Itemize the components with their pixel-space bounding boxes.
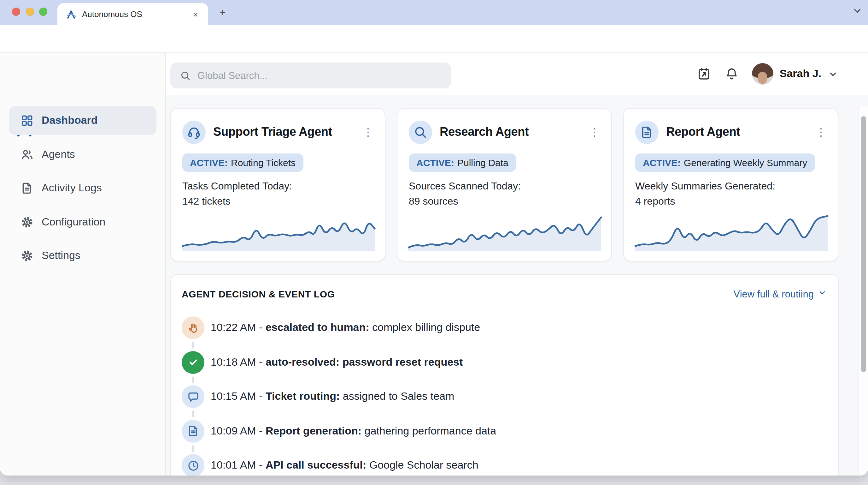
sidebar-item-label: Configuration bbox=[42, 216, 105, 228]
metric-label: Tasks Completed Today: bbox=[182, 179, 292, 194]
settings-gear-icon bbox=[20, 249, 34, 263]
log-entry: 10:15 AM - Ticket routing: assigned to S… bbox=[182, 379, 827, 414]
view-full-link-label: View full & routiing bbox=[734, 288, 814, 299]
sidebar-item-label: Activity Logs bbox=[42, 182, 102, 195]
sidebar-item-label: Dashboard bbox=[42, 114, 98, 127]
tab-strip: Autonomous OS × + bbox=[0, 0, 868, 25]
log-detail: password reset request bbox=[343, 356, 463, 368]
browser-window: Autonomous OS × + autonomous.os/dashboar… bbox=[0, 0, 868, 476]
sidebar-item-activity-logs[interactable]: Activity Logs bbox=[9, 174, 156, 203]
sparkline-chart bbox=[634, 215, 830, 254]
calendar-export-icon[interactable] bbox=[696, 66, 712, 82]
activity-logs-icon bbox=[20, 181, 34, 195]
log-label: auto-resolved: bbox=[266, 356, 339, 368]
scrollbar-thumb[interactable] bbox=[861, 116, 866, 372]
card-kebab-icon[interactable]: ⋮ bbox=[360, 124, 376, 140]
agent-card: Support Triage Agent ⋮ ACTIVE: Routing T… bbox=[170, 108, 385, 261]
agent-card-title: Report Agent bbox=[666, 125, 813, 139]
status-badge: ACTIVE: Generating Weekly Summary bbox=[635, 153, 815, 172]
check-icon bbox=[182, 351, 205, 374]
status-badge-detail: Generating Weekly Summary bbox=[684, 157, 807, 168]
agent-card: Report Agent ⋮ ACTIVE: Generating Weekly… bbox=[623, 108, 838, 261]
sidebar: Autonomous OS Dashboard Agents Activity … bbox=[0, 53, 166, 476]
event-log-title: AGENT DECISION & EVENT LOG bbox=[182, 289, 734, 299]
sidebar-item-agents[interactable]: Agents bbox=[9, 140, 156, 169]
browser-toolbar: autonomous.os/dashboard G x ⋮ bbox=[0, 25, 868, 53]
header-actions: Sarah J. bbox=[696, 53, 838, 95]
sidebar-item-dashboard[interactable]: Dashboard bbox=[9, 106, 156, 135]
metric-value: 89 sources bbox=[409, 194, 521, 209]
log-label: escalated to human: bbox=[266, 322, 369, 334]
log-time: 10:15 AM bbox=[211, 391, 256, 403]
log-detail: gathering performance data bbox=[364, 425, 496, 437]
log-label: Ticket routing: bbox=[266, 391, 340, 403]
log-label: API call successful: bbox=[266, 459, 366, 472]
metric-value: 4 reports bbox=[635, 194, 775, 209]
status-badge-state: ACTIVE: bbox=[190, 157, 228, 168]
search-icon bbox=[180, 70, 191, 81]
page-scrollbar[interactable] bbox=[859, 106, 868, 476]
agent-card-title: Research Agent bbox=[440, 125, 587, 139]
minimize-window-button[interactable] bbox=[26, 7, 34, 16]
close-window-button[interactable] bbox=[12, 7, 20, 16]
status-badge: ACTIVE: Pulling Data bbox=[409, 153, 516, 172]
agent-cards-row: Support Triage Agent ⋮ ACTIVE: Routing T… bbox=[170, 108, 838, 261]
status-badge-state: ACTIVE: bbox=[416, 157, 454, 168]
user-menu[interactable]: Sarah J. bbox=[752, 63, 838, 85]
status-badge-state: ACTIVE: bbox=[643, 157, 681, 168]
event-log-header: AGENT DECISION & EVENT LOG View full & r… bbox=[182, 288, 827, 300]
log-detail: complex billing dispute bbox=[372, 322, 480, 334]
chevron-down-icon[interactable] bbox=[828, 68, 838, 79]
zoom-window-button[interactable] bbox=[39, 7, 47, 16]
report-doc-icon bbox=[182, 420, 205, 443]
tab-title: Autonomous OS bbox=[82, 9, 189, 19]
event-log-list: 10:22 AM - escalated to human: complex b… bbox=[182, 311, 827, 476]
log-entry: 10:22 AM - escalated to human: complex b… bbox=[182, 311, 827, 345]
metric-value: 142 tickets bbox=[182, 194, 292, 209]
chat-bubble-icon bbox=[182, 386, 205, 408]
log-entry: 10:09 AM - Report generation: gathering … bbox=[182, 414, 827, 448]
sparkline-chart bbox=[182, 215, 377, 254]
tabstrip-chevron-icon[interactable] bbox=[851, 5, 863, 17]
sidebar-item-configuration[interactable]: Configuration bbox=[9, 207, 156, 236]
card-kebab-icon[interactable]: ⋮ bbox=[587, 124, 602, 140]
log-entry: 10:18 AM - auto-resolved: password reset… bbox=[182, 345, 827, 379]
sparkline-chart bbox=[408, 215, 604, 254]
user-name: Sarah J. bbox=[780, 67, 821, 80]
app-header: Sarah J. bbox=[166, 53, 868, 95]
metric-label: Sources Scanned Today: bbox=[409, 179, 521, 194]
status-badge-detail: Routing Tickets bbox=[231, 157, 296, 168]
hand-icon bbox=[182, 317, 205, 339]
browser-tab[interactable]: Autonomous OS × bbox=[57, 3, 208, 25]
log-time: 10:18 AM bbox=[211, 356, 256, 368]
app-content: Autonomous OS Dashboard Agents Activity … bbox=[0, 53, 868, 476]
log-label: Report generation: bbox=[266, 425, 362, 437]
log-entry: 10:01 AM - API call successful: Google S… bbox=[182, 448, 827, 476]
desktop: Autonomous OS × + autonomous.os/dashboar… bbox=[0, 0, 868, 485]
sidebar-item-settings[interactable]: Settings bbox=[9, 241, 156, 270]
user-avatar[interactable] bbox=[752, 63, 773, 85]
global-search[interactable] bbox=[170, 62, 451, 88]
clock-icon bbox=[182, 454, 205, 476]
search-input[interactable] bbox=[197, 70, 451, 81]
log-time: 10:09 AM bbox=[211, 425, 256, 437]
event-log-card: AGENT DECISION & EVENT LOG View full & r… bbox=[170, 274, 839, 476]
view-full-link[interactable]: View full & routiing bbox=[734, 288, 827, 300]
sidebar-item-label: Agents bbox=[42, 148, 75, 161]
status-badge: ACTIVE: Routing Tickets bbox=[182, 153, 303, 172]
report-doc-icon bbox=[635, 120, 658, 144]
close-tab-icon[interactable]: × bbox=[189, 9, 202, 19]
agent-card-title: Support Triage Agent bbox=[213, 125, 360, 139]
chevron-down-icon bbox=[817, 288, 827, 300]
new-tab-button[interactable]: + bbox=[216, 6, 229, 19]
log-time: 10:22 AM bbox=[211, 322, 256, 334]
bell-icon[interactable] bbox=[724, 66, 739, 82]
log-time: 10:01 AM bbox=[211, 459, 256, 472]
agents-people-icon bbox=[20, 147, 34, 161]
magnifier-icon bbox=[409, 120, 432, 144]
favicon bbox=[66, 9, 76, 19]
sidebar-item-label: Settings bbox=[42, 250, 81, 262]
card-kebab-icon[interactable]: ⋮ bbox=[813, 124, 829, 140]
status-badge-detail: Pulling Data bbox=[457, 157, 508, 168]
log-detail: Google Scholar search bbox=[369, 459, 478, 472]
